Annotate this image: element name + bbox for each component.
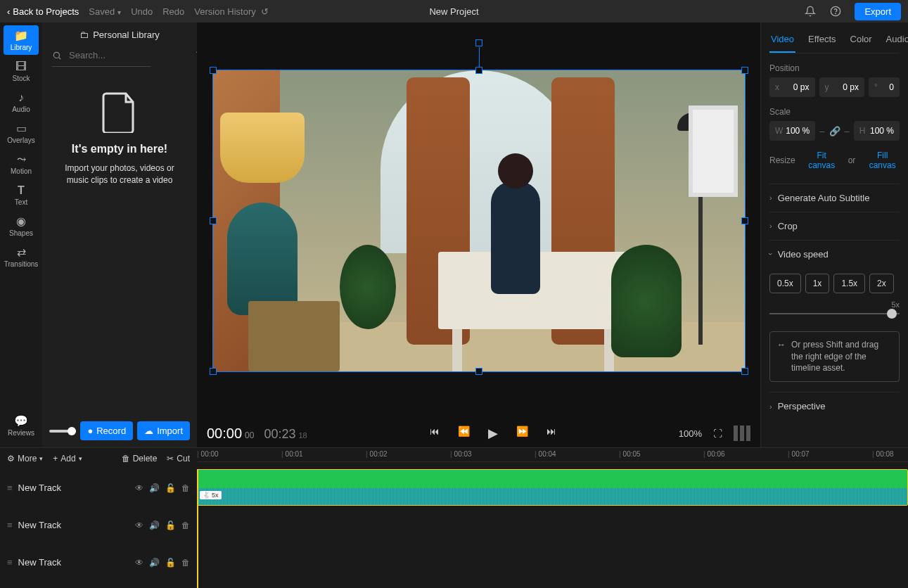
redo-button[interactable]: Redo — [162, 6, 184, 17]
skip-end-button[interactable]: ⏭ — [546, 426, 556, 441]
delete-track-icon[interactable]: 🗑 — [181, 558, 190, 568]
sidebar-item-text[interactable]: TText — [4, 180, 39, 210]
tab-color[interactable]: Color — [849, 30, 874, 53]
lock-icon[interactable]: 🔓 — [165, 520, 176, 530]
playhead[interactable] — [197, 469, 198, 588]
plus-icon: + — [53, 454, 58, 464]
position-label: Position — [769, 63, 900, 73]
import-button[interactable]: ☁Import — [137, 421, 190, 440]
tab-audio[interactable]: Audio — [885, 30, 908, 53]
library-search-input[interactable] — [66, 47, 190, 63]
export-button[interactable]: Export — [855, 3, 901, 20]
sidebar-label: Shapes — [9, 229, 33, 237]
section-label: Video speed — [778, 249, 829, 260]
timeline-more-button[interactable]: ⚙More▾ — [7, 454, 43, 464]
fit-canvas-button[interactable]: Fit canvas — [805, 151, 838, 171]
stock-icon: 🎞 — [15, 60, 27, 73]
drag-handle-icon[interactable]: ≡ — [7, 520, 13, 530]
sidebar-item-stock[interactable]: 🎞Stock — [4, 56, 39, 86]
scale-width-input[interactable]: W100 % — [769, 121, 815, 141]
timeline-content[interactable]: 🐇5x — [197, 469, 908, 588]
notifications-icon[interactable] — [804, 5, 817, 18]
section-crop[interactable]: ›Crop — [769, 212, 900, 240]
timeline-cut-button[interactable]: ✂Cut — [167, 454, 190, 464]
undo-button[interactable]: Undo — [131, 6, 153, 17]
sidebar-item-motion[interactable]: ⤳Motion — [4, 149, 39, 179]
skip-start-button[interactable]: ⏮ — [430, 426, 440, 441]
ruler-tick: 00:03 — [450, 450, 472, 458]
link-scale-icon[interactable]: 🔗 — [829, 126, 840, 136]
duration-frames: 18 — [298, 431, 307, 440]
lock-icon[interactable]: 🔓 — [165, 483, 176, 493]
track-header: ≡New Track 👁🔊🔓🗑 — [0, 544, 197, 581]
help-icon[interactable] — [829, 5, 842, 18]
speed-slider[interactable]: 5x — [769, 303, 900, 320]
speed-1-5x-button[interactable]: 1.5x — [833, 274, 865, 293]
delete-track-icon[interactable]: 🗑 — [181, 520, 190, 530]
rewind-button[interactable]: ⏪ — [458, 426, 470, 441]
timeline-ruler[interactable]: 00:00 00:01 00:02 00:03 00:04 00:05 00:0… — [197, 448, 908, 462]
saved-status-dropdown[interactable]: Saved — [89, 6, 121, 17]
sidebar-label: Transitions — [4, 260, 39, 268]
fast-forward-button[interactable]: ⏩ — [516, 426, 528, 441]
mute-icon[interactable]: 🔊 — [149, 558, 160, 568]
rotation-input[interactable]: °0 — [869, 77, 900, 97]
ruler-tick: 00:01 — [281, 450, 303, 458]
zoom-level[interactable]: 100% — [679, 428, 702, 439]
sidebar-item-shapes[interactable]: ◉Shapes — [4, 211, 39, 241]
library-panel: 🗀 Personal Library ▼ ⇅ It's empty in her… — [42, 23, 197, 447]
sidebar-item-reviews[interactable]: 💬Reviews — [4, 411, 39, 440]
resize-label: Resize — [769, 155, 795, 165]
video-clip[interactable]: 🐇5x — [197, 469, 908, 506]
drag-handle-icon[interactable]: ≡ — [7, 557, 13, 568]
library-header[interactable]: 🗀 Personal Library — [49, 30, 190, 40]
drag-handle-icon[interactable]: ≡ — [7, 482, 13, 493]
section-video-speed[interactable]: ›Video speed — [769, 240, 900, 268]
project-title[interactable]: New Project — [305, 6, 603, 17]
back-to-projects-button[interactable]: ‹ Back to Projects — [7, 6, 79, 17]
mute-icon[interactable]: 🔊 — [149, 520, 160, 530]
record-icon: ● — [87, 426, 93, 436]
chevron-down-icon: › — [767, 253, 775, 255]
top-bar: ‹ Back to Projects Saved Undo Redo Versi… — [0, 0, 908, 23]
sidebar-item-transitions[interactable]: ⇄Transitions — [4, 242, 39, 271]
section-auto-subtitle[interactable]: ›Generate Auto Subtitle — [769, 184, 900, 212]
speed-0-5x-button[interactable]: 0.5x — [769, 274, 801, 293]
section-perspective[interactable]: ›Perspective — [769, 392, 900, 420]
sidebar-item-library[interactable]: 📁Library — [4, 25, 39, 55]
delete-track-icon[interactable]: 🗑 — [181, 483, 190, 493]
timeline-add-button[interactable]: +Add▾ — [53, 454, 82, 464]
shapes-icon: ◉ — [16, 215, 26, 228]
trash-icon: 🗑 — [122, 454, 130, 464]
selected-clip-frame[interactable] — [212, 70, 746, 372]
position-x-input[interactable]: x0 px — [769, 77, 815, 97]
fullscreen-icon[interactable]: ⛶ — [713, 428, 722, 439]
thumbnail-zoom-slider[interactable] — [49, 430, 76, 433]
timeline-delete-button[interactable]: 🗑Delete — [122, 454, 158, 464]
visibility-icon[interactable]: 👁 — [135, 520, 143, 530]
version-history-button[interactable]: Version History ↺ — [194, 6, 269, 17]
play-button[interactable]: ▶ — [488, 426, 498, 441]
preview-viewport[interactable] — [197, 23, 760, 419]
speed-hint: ↔ Or press Shift and drag the right edge… — [769, 331, 900, 382]
tab-effects[interactable]: Effects — [807, 30, 838, 53]
visibility-icon[interactable]: 👁 — [135, 558, 143, 568]
track-name[interactable]: New Track — [18, 482, 61, 493]
track-name[interactable]: New Track — [18, 520, 61, 530]
position-y-input[interactable]: y0 px — [819, 77, 865, 97]
visibility-icon[interactable]: 👁 — [135, 483, 143, 493]
tab-video[interactable]: Video — [769, 30, 795, 53]
track-name[interactable]: New Track — [18, 557, 61, 568]
sidebar-item-overlays[interactable]: ▭Overlays — [4, 118, 39, 148]
sidebar-item-audio[interactable]: ♪Audio — [4, 87, 39, 117]
mute-icon[interactable]: 🔊 — [149, 483, 160, 493]
speed-2x-button[interactable]: 2x — [869, 274, 894, 293]
record-button[interactable]: ●Record — [80, 421, 133, 440]
scale-height-input[interactable]: H100 % — [854, 121, 900, 141]
rotation-handle[interactable] — [475, 39, 482, 46]
slider-handle[interactable] — [887, 309, 897, 319]
fill-canvas-button[interactable]: Fill canvas — [865, 151, 900, 171]
lock-icon[interactable]: 🔓 — [165, 558, 176, 568]
speed-1x-button[interactable]: 1x — [805, 274, 830, 293]
section-label: Perspective — [778, 401, 826, 411]
